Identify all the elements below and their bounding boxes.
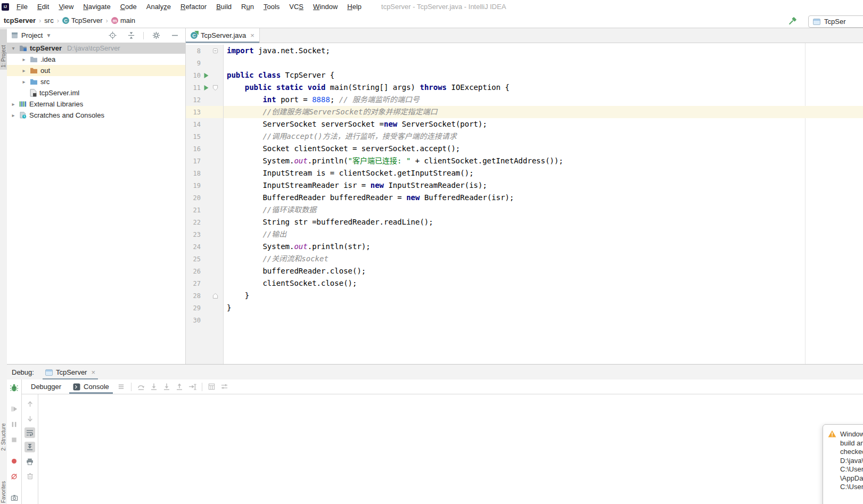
debug-bug-icon[interactable]: [9, 382, 20, 393]
tab-debugger[interactable]: Debugger: [25, 379, 67, 394]
restore-layout-icon[interactable]: [207, 382, 217, 392]
tree-item-tcpserver[interactable]: ▾tcpServerD:\java\tcpServer: [7, 43, 185, 54]
layout-options-icon[interactable]: [219, 382, 230, 392]
code-line-17[interactable]: 17 System.out.println("客户端已连接: " + clien…: [186, 155, 863, 167]
hammer-icon[interactable]: [787, 16, 797, 26]
menu-item-tools[interactable]: Tools: [259, 0, 284, 13]
breadcrumb-item-main[interactable]: mmain: [110, 16, 136, 24]
menu-item-file[interactable]: File: [12, 0, 32, 13]
stripe-project-button[interactable]: 1: Project: [0, 29, 7, 70]
code-line-24[interactable]: 24 System.out.println(str);: [186, 241, 863, 253]
locate-icon[interactable]: [107, 30, 118, 41]
code-line-10[interactable]: 10public class TcpServer {: [186, 69, 863, 81]
fold-open-icon[interactable]: [211, 48, 220, 54]
thread-dump-icon[interactable]: [9, 492, 20, 503]
code-editor[interactable]: 8import java.net.Socket;910public class …: [186, 43, 863, 364]
chevron-expanded-icon[interactable]: ▾: [10, 45, 17, 51]
breadcrumb-item-tcpserver[interactable]: tcpServer: [3, 16, 37, 24]
view-breakpoints-icon[interactable]: [9, 456, 20, 466]
close-icon[interactable]: ×: [250, 31, 254, 39]
tree-item-out[interactable]: ▸out: [7, 65, 185, 76]
code-line-18[interactable]: 18 InputStream is = clientSocket.getInpu…: [186, 167, 863, 179]
chevron-down-icon[interactable]: ▼: [46, 32, 51, 38]
menu-item-refactor[interactable]: Refactor: [176, 0, 211, 13]
code-line-28[interactable]: 28 }: [186, 290, 863, 302]
code-line-12[interactable]: 12 int port = 8888; // 服务端监听的端口号: [186, 94, 863, 106]
tree-item-external-libraries[interactable]: ▸External Libraries: [7, 98, 185, 110]
stripe-structure-button[interactable]: 2: Structure: [0, 406, 7, 453]
hide-panel-icon[interactable]: [169, 30, 180, 41]
step-over-icon[interactable]: [136, 382, 146, 392]
tree-item-src[interactable]: ▸src: [7, 76, 185, 87]
menu-item-build[interactable]: Build: [211, 0, 236, 13]
code-line-13[interactable]: 13 //创建服务端ServerSocket的对象并绑定指定端口: [186, 106, 863, 118]
code-line-27[interactable]: 27 clientSocket.close();: [186, 277, 863, 290]
chevron-collapsed-icon[interactable]: ▸: [21, 68, 27, 73]
run-config-selector[interactable]: TcpSer: [808, 15, 863, 28]
notification-line: checked: [840, 448, 863, 457]
menu-item-edit[interactable]: Edit: [32, 0, 54, 13]
force-step-into-icon[interactable]: [161, 382, 172, 392]
code-line-8[interactable]: 8import java.net.Socket;: [186, 45, 863, 57]
menu-item-run[interactable]: Run: [236, 0, 259, 13]
chevron-collapsed-icon[interactable]: ▸: [21, 56, 27, 62]
code-line-19[interactable]: 19 InputStreamReader isr = new InputStre…: [186, 179, 863, 192]
code-line-30[interactable]: 30: [186, 314, 863, 326]
more-options-icon[interactable]: [116, 382, 127, 392]
scroll-to-end-icon[interactable]: [24, 442, 35, 452]
menu-item-analyze[interactable]: Analyze: [142, 0, 176, 13]
tree-item--idea[interactable]: ▸.idea: [7, 54, 185, 65]
tab-console[interactable]: Console: [67, 379, 115, 394]
chevron-collapsed-icon[interactable]: ▸: [21, 79, 27, 85]
code-line-26[interactable]: 26 bufferedReader.close();: [186, 265, 863, 277]
menu-item-code[interactable]: Code: [116, 0, 142, 13]
run-line-icon[interactable]: [201, 85, 211, 90]
tree-item-scratches-and-consoles[interactable]: ▸Scratches and Consoles: [7, 110, 185, 121]
fold-up-icon[interactable]: [211, 293, 220, 299]
code-line-22[interactable]: 22 String str =bufferedReader.readLine()…: [186, 216, 863, 228]
debug-session-tab[interactable]: TcpServer ×: [43, 365, 98, 380]
breadcrumb-item-tcpserver[interactable]: CTcpServer: [61, 16, 104, 24]
code-line-23[interactable]: 23 //输出: [186, 228, 863, 241]
close-icon[interactable]: ×: [91, 368, 95, 376]
print-icon[interactable]: [24, 456, 35, 467]
notification-balloon[interactable]: Windowbuild ancheckedD:\java\C:\Users\Ap…: [823, 424, 863, 504]
step-into-icon[interactable]: [149, 382, 159, 392]
stop-icon[interactable]: [9, 434, 20, 445]
menu-item-vcs[interactable]: VCS: [284, 0, 308, 13]
menu-item-window[interactable]: Window: [308, 0, 342, 13]
code-line-20[interactable]: 20 BufferedReader bufferedReader = new B…: [186, 192, 863, 204]
resume-icon[interactable]: [9, 403, 20, 414]
code-line-9[interactable]: 9: [186, 57, 863, 69]
debug-console-output[interactable]: [38, 394, 863, 504]
pause-icon[interactable]: [9, 419, 20, 429]
menu-item-help[interactable]: Help: [342, 0, 366, 13]
code-line-16[interactable]: 16 Socket clientSocket = serverSocket.ac…: [186, 143, 863, 155]
run-line-icon[interactable]: [201, 73, 211, 78]
run-to-cursor-icon[interactable]: [187, 382, 198, 392]
menu-item-navigate[interactable]: Navigate: [78, 0, 115, 13]
mute-breakpoints-icon[interactable]: [9, 471, 20, 482]
tree-item-tcpserver-iml[interactable]: tcpServer.iml: [7, 87, 185, 98]
menu-item-view[interactable]: View: [54, 0, 78, 13]
code-line-25[interactable]: 25 //关闭流和socket: [186, 253, 863, 265]
prev-occurrence-icon[interactable]: [24, 399, 35, 409]
code-line-11[interactable]: 11 public static void main(String[] args…: [186, 81, 863, 94]
settings-gear-icon[interactable]: [151, 30, 161, 41]
soft-wrap-icon[interactable]: [24, 427, 35, 438]
step-out-icon[interactable]: [174, 382, 185, 392]
breadcrumb-item-src[interactable]: src: [43, 16, 54, 24]
code-line-15[interactable]: 15 //调用accept()方法，进行监听，接受客户端的连接请求: [186, 130, 863, 143]
chevron-collapsed-icon[interactable]: ▸: [10, 112, 17, 118]
collapse-all-icon[interactable]: [126, 30, 136, 41]
stripe-favorites-button[interactable]: Favorites: [0, 464, 7, 504]
chevron-collapsed-icon[interactable]: ▸: [10, 101, 17, 107]
next-occurrence-icon[interactable]: [24, 413, 35, 424]
code-line-14[interactable]: 14 ServerSocket serverSocket =new Server…: [186, 118, 863, 130]
code-line-29[interactable]: 29}: [186, 302, 863, 314]
clear-all-icon[interactable]: [24, 470, 35, 481]
fold-down-icon[interactable]: [211, 85, 220, 91]
debug-left-toolbar: ▾: [7, 379, 22, 504]
code-line-21[interactable]: 21 //循环读取数据: [186, 204, 863, 216]
editor-tab-tcpserver-java[interactable]: C TcpServer.java ×: [186, 28, 260, 43]
